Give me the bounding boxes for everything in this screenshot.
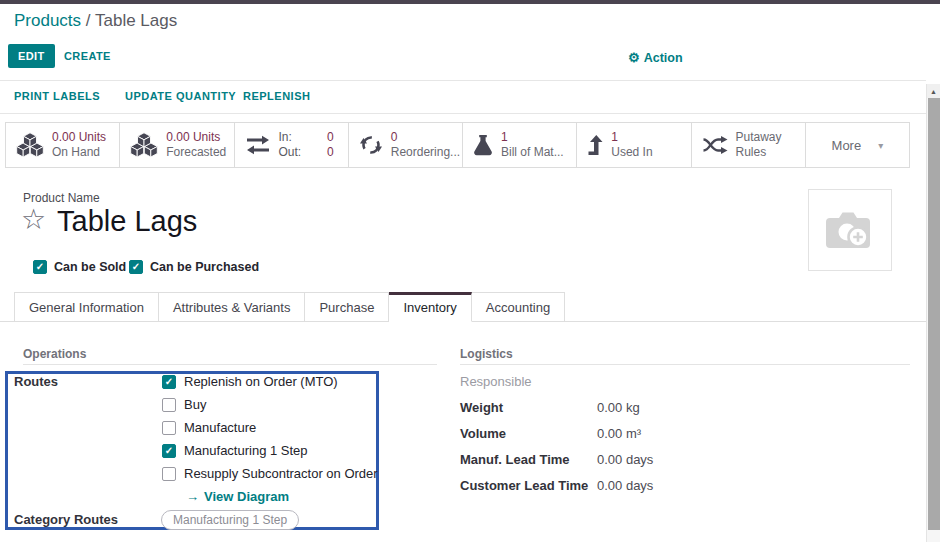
route-checkbox-replenish-mto[interactable]: [162, 375, 176, 389]
can-be-purchased-checkbox[interactable]: [129, 260, 143, 274]
putaway-label-line1: Putaway: [736, 130, 782, 145]
product-name-label: Product Name: [23, 191, 100, 205]
route-row-replenish-mto: Replenish on Order (MTO): [162, 374, 338, 389]
edit-button[interactable]: EDIT: [8, 44, 55, 68]
tab-inventory[interactable]: Inventory: [389, 292, 471, 322]
route-checkbox-manufacturing-1-step[interactable]: [162, 444, 176, 458]
vertical-scrollbar[interactable]: ▲: [926, 84, 940, 542]
product-image-placeholder: [808, 189, 892, 271]
manuf-lead-time-label: Manuf. Lead Time: [460, 452, 570, 467]
product-title: Table Lags: [57, 204, 197, 238]
customer-lead-time-label: Customer Lead Time: [460, 478, 588, 493]
can-be-sold-checkbox[interactable]: [33, 260, 47, 274]
caret-down-icon: ▾: [878, 140, 883, 151]
header-divider: [0, 80, 926, 81]
bom-value: 1: [501, 130, 564, 145]
route-row-manufacturing-1-step: Manufacturing 1 Step: [162, 443, 308, 458]
update-quantity-button[interactable]: UPDATE QUANTITY: [125, 90, 236, 102]
right-arrow-icon: →: [186, 489, 199, 504]
route-label-buy: Buy: [184, 397, 206, 412]
out-label: Out:: [279, 145, 302, 160]
camera-plus-icon: [825, 209, 875, 251]
refresh-icon: [359, 134, 383, 156]
route-row-resupply-subcontractor: Resupply Subcontractor on Order: [162, 466, 378, 481]
logistics-section-rule: [460, 364, 910, 365]
route-row-buy: Buy: [162, 397, 206, 412]
weight-value: 0.00 kg: [597, 400, 640, 415]
stat-used-in[interactable]: 1 Used In: [577, 123, 691, 167]
routes-label: Routes: [14, 374, 58, 389]
breadcrumb-record: Table Lags: [95, 11, 177, 30]
top-window-bar: [0, 0, 940, 4]
on-hand-value: 0.00 Units: [52, 130, 106, 145]
shuffle-icon: [702, 135, 728, 155]
putaway-label-line2: Rules: [736, 145, 782, 160]
action-menu-button[interactable]: ⚙Action: [628, 50, 683, 65]
forecasted-label: Forecasted: [166, 145, 226, 160]
create-button[interactable]: CREATE: [64, 50, 111, 62]
weight-label: Weight: [460, 400, 503, 415]
gear-icon: ⚙: [628, 50, 640, 65]
product-form-page: Products / Table Lags EDIT CREATE ⚙Actio…: [0, 0, 940, 542]
cubes-icon: [130, 132, 158, 158]
scroll-up-arrow-icon[interactable]: ▲: [927, 84, 940, 98]
route-checkbox-resupply-subcontractor[interactable]: [162, 467, 176, 481]
on-hand-label: On Hand: [52, 145, 106, 160]
operations-section-rule: [23, 364, 437, 365]
scrollbar-thumb[interactable]: [928, 98, 940, 530]
star-icon[interactable]: ☆: [21, 205, 46, 235]
can-be-purchased-label: Can be Purchased: [150, 260, 259, 274]
more-dropdown-button[interactable]: More ▾: [806, 123, 909, 167]
action-menu-label: Action: [644, 51, 683, 65]
breadcrumb: Products / Table Lags: [14, 11, 177, 31]
stat-button-row: 0.00 Units On Hand 0.00 Units Forecasted: [5, 122, 910, 168]
tab-attributes-variants[interactable]: Attributes & Variants: [159, 292, 306, 322]
tab-accounting[interactable]: Accounting: [472, 292, 565, 322]
transfer-arrows-icon: [245, 135, 271, 155]
stat-reordering-rules[interactable]: 0 Reordering...: [349, 123, 463, 167]
sheet-top-divider: [0, 113, 926, 114]
replenish-button[interactable]: REPLENISH: [243, 90, 310, 102]
arrow-up-icon: [587, 134, 603, 156]
used-in-value: 1: [611, 130, 652, 145]
forecasted-value: 0.00 Units: [166, 130, 226, 145]
stat-bill-of-materials[interactable]: 1 Bill of Mat...: [463, 123, 577, 167]
stat-putaway-rules[interactable]: Putaway Rules: [692, 123, 806, 167]
form-tabs: General Information Attributes & Variant…: [14, 292, 565, 322]
tab-purchase[interactable]: Purchase: [305, 292, 389, 322]
category-routes-tag: Manufacturing 1 Step: [161, 510, 299, 530]
in-value: 0: [327, 130, 334, 145]
volume-value: 0.00 m³: [597, 426, 641, 441]
route-label-manufacture: Manufacture: [184, 420, 256, 435]
manuf-lead-time-value: 0.00 days: [597, 452, 653, 467]
stat-forecasted[interactable]: 0.00 Units Forecasted: [120, 123, 234, 167]
used-in-label: Used In: [611, 145, 652, 160]
route-label-manufacturing-1-step: Manufacturing 1 Step: [184, 443, 308, 458]
customer-lead-time-value: 0.00 days: [597, 478, 653, 493]
responsible-label: Responsible: [460, 374, 532, 389]
breadcrumb-products-link[interactable]: Products: [14, 11, 81, 30]
can-be-sold-field: Can be Sold: [33, 260, 126, 274]
reordering-value: 0: [391, 130, 460, 145]
route-row-manufacture: Manufacture: [162, 420, 256, 435]
view-diagram-label: View Diagram: [204, 489, 289, 504]
flask-icon: [473, 134, 493, 156]
logistics-section-title: Logistics: [460, 347, 513, 361]
can-be-purchased-field: Can be Purchased: [129, 260, 259, 274]
route-label-resupply-subcontractor: Resupply Subcontractor on Order: [184, 466, 378, 481]
view-diagram-link[interactable]: →View Diagram: [186, 489, 289, 504]
category-routes-label: Category Routes: [14, 512, 118, 527]
reordering-label: Reordering...: [391, 145, 460, 160]
more-label: More: [832, 138, 862, 153]
out-value: 0: [327, 145, 334, 160]
print-labels-button[interactable]: PRINT LABELS: [14, 90, 100, 102]
stat-on-hand[interactable]: 0.00 Units On Hand: [6, 123, 120, 167]
cubes-icon: [16, 132, 44, 158]
volume-label: Volume: [460, 426, 506, 441]
in-label: In:: [279, 130, 292, 145]
tab-general-information[interactable]: General Information: [14, 292, 159, 322]
route-checkbox-buy[interactable]: [162, 398, 176, 412]
stat-in-out[interactable]: In: 0 Out: 0: [235, 123, 349, 167]
route-checkbox-manufacture[interactable]: [162, 421, 176, 435]
bom-label: Bill of Mat...: [501, 145, 564, 160]
